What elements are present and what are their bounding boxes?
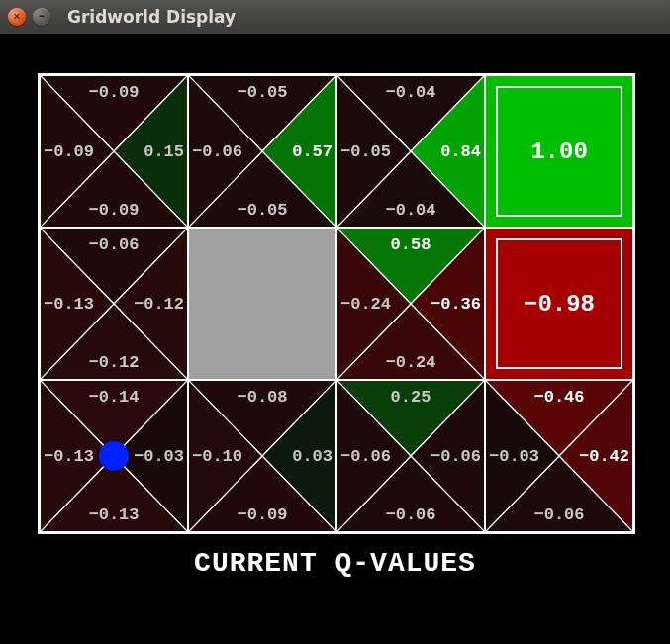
qval-e: −0.42 <box>579 447 629 466</box>
qval-e: 0.03 <box>292 447 333 466</box>
qval-n: 0.58 <box>391 235 431 254</box>
qval-e: 0.15 <box>144 142 184 161</box>
qval-w: −0.24 <box>340 295 391 314</box>
cell-2-1: −0.08−0.090.03−0.10 <box>188 380 336 532</box>
footer-label: CURRENT Q-VALUES <box>0 548 670 579</box>
qval-e: −0.06 <box>431 447 481 466</box>
qval-n: 0.25 <box>391 388 431 407</box>
terminal-value: −0.98 <box>524 291 595 318</box>
qval-w: −0.10 <box>192 447 242 466</box>
qval-s: −0.04 <box>385 201 435 220</box>
qval-s: −0.09 <box>88 201 139 220</box>
qval-e: −0.12 <box>134 295 184 314</box>
cell-1-0: −0.06−0.12−0.12−0.13 <box>40 228 188 380</box>
qval-w: −0.05 <box>340 142 391 161</box>
cell-0-2: −0.04−0.040.84−0.05 <box>336 75 485 228</box>
window-title: Gridworld Display <box>67 7 236 27</box>
qval-n: −0.14 <box>88 388 139 407</box>
qval-w: −0.13 <box>44 295 94 314</box>
qval-s: −0.06 <box>385 506 435 524</box>
qval-w: −0.03 <box>489 447 539 466</box>
qval-w: −0.09 <box>44 142 94 161</box>
cell-0-3: 1.00 <box>485 75 633 228</box>
close-button[interactable] <box>8 8 26 26</box>
qval-s: −0.24 <box>385 353 435 372</box>
qval-s: −0.05 <box>237 201 287 220</box>
cell-0-1: −0.05−0.050.57−0.06 <box>188 75 336 228</box>
qval-s: −0.12 <box>88 353 139 372</box>
qval-w: −0.13 <box>44 447 94 466</box>
minimize-button[interactable] <box>33 8 50 26</box>
qval-w: −0.06 <box>340 447 391 466</box>
cell-1-2: 0.58−0.24−0.36−0.24 <box>336 228 485 380</box>
window-titlebar: Gridworld Display <box>0 0 670 34</box>
cell-2-3: −0.46−0.06−0.42−0.03 <box>485 380 633 532</box>
qval-e: −0.36 <box>431 295 481 314</box>
qval-e: 0.57 <box>292 142 333 161</box>
qval-w: −0.06 <box>192 142 242 161</box>
cell-1-3: −0.98 <box>485 228 633 380</box>
agent-dot <box>99 441 129 471</box>
cell-2-2: 0.25−0.06−0.06−0.06 <box>336 380 485 532</box>
cell-1-1 <box>188 228 336 380</box>
qval-s: −0.06 <box>533 506 584 524</box>
terminal-value: 1.00 <box>530 138 588 165</box>
grid: −0.09−0.090.15−0.09−0.05−0.050.57−0.06−0… <box>38 73 635 534</box>
qval-e: 0.84 <box>440 142 481 161</box>
qval-n: −0.46 <box>533 388 584 407</box>
wall <box>188 228 336 380</box>
qval-s: −0.13 <box>88 506 139 524</box>
gridworld-canvas: −0.09−0.090.15−0.09−0.05−0.050.57−0.06−0… <box>0 34 670 644</box>
qval-n: −0.09 <box>88 83 139 102</box>
qval-n: −0.06 <box>88 235 139 254</box>
qval-n: −0.04 <box>385 83 435 102</box>
qval-n: −0.05 <box>237 83 287 102</box>
qval-n: −0.08 <box>237 388 287 407</box>
cell-0-0: −0.09−0.090.15−0.09 <box>40 75 188 228</box>
qval-e: −0.03 <box>134 447 184 466</box>
qval-s: −0.09 <box>237 506 287 524</box>
